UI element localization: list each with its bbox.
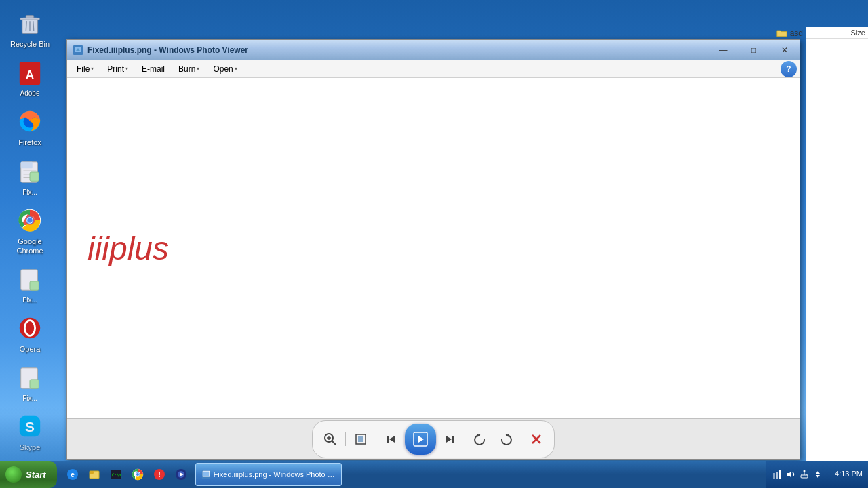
file4-label: Fix... bbox=[22, 394, 37, 402]
toolbar-group bbox=[312, 420, 555, 458]
svg-marker-59 bbox=[418, 436, 424, 443]
tray-network-icon[interactable] bbox=[772, 469, 783, 480]
title-bar-app-icon bbox=[73, 45, 83, 56]
toolbar-divider1 bbox=[345, 432, 346, 446]
menu-email[interactable]: E-mail bbox=[135, 62, 172, 77]
toolbar-divider2 bbox=[376, 432, 376, 446]
next-button[interactable] bbox=[437, 427, 462, 451]
svg-point-24 bbox=[27, 218, 33, 223]
opera-icon bbox=[16, 314, 43, 342]
desktop-icon-file2[interactable]: Fix... bbox=[5, 156, 54, 199]
folder-asd-label: asd bbox=[790, 28, 803, 38]
rotate-ccw-button[interactable] bbox=[468, 427, 492, 451]
file3-label: Fix... bbox=[22, 296, 37, 304]
svg-rect-56 bbox=[387, 436, 389, 443]
recycle-bin-icon bbox=[16, 9, 43, 37]
desktop-icon-chrome[interactable]: Google Chrome bbox=[5, 204, 54, 259]
svg-marker-95 bbox=[816, 475, 820, 478]
open-menu-arrow: ▾ bbox=[235, 66, 237, 72]
desktop-icon-firefox[interactable]: Firefox bbox=[5, 105, 54, 150]
explorer-taskbar-icon[interactable] bbox=[84, 464, 104, 485]
delete-button[interactable] bbox=[524, 427, 549, 451]
close-button[interactable]: ✕ bbox=[769, 40, 800, 60]
system-tray: 4:13 PM bbox=[766, 461, 868, 488]
adobe-icon: A bbox=[16, 60, 43, 87]
explorer-sidebar-bg: Size bbox=[806, 27, 868, 461]
svg-rect-84 bbox=[203, 472, 209, 476]
menu-burn[interactable]: Burn ▾ bbox=[172, 62, 206, 77]
file2-label: Fix... bbox=[22, 188, 37, 196]
menu-print[interactable]: Print ▾ bbox=[100, 62, 135, 77]
desktop-icon-file4[interactable]: Fix... bbox=[5, 362, 54, 405]
taskbar-item-photo-viewer[interactable]: Fixed.iiiplus.png - Windows Photo Viewer bbox=[195, 463, 342, 486]
chrome-label: Google Chrome bbox=[8, 237, 52, 256]
desktop-icon-opera[interactable]: Opera bbox=[5, 312, 54, 357]
cmd-taskbar-icon[interactable]: C:\>_ bbox=[106, 464, 126, 485]
maximize-button[interactable]: □ bbox=[738, 40, 769, 60]
folder-icon bbox=[776, 28, 787, 38]
rotate-cw-button[interactable] bbox=[494, 427, 518, 451]
opera-label: Opera bbox=[20, 344, 41, 354]
svg-marker-61 bbox=[446, 436, 452, 443]
desktop: Recycle Bin A Adobe W bbox=[0, 0, 868, 488]
svg-line-3 bbox=[26, 21, 26, 30]
desktop-icon-adobe[interactable]: A Adobe bbox=[5, 57, 54, 100]
svg-rect-55 bbox=[358, 436, 363, 442]
menu-file[interactable]: File ▾ bbox=[70, 62, 100, 77]
menu-bar: File ▾ Print ▾ E-mail Burn ▾ Open ▾ ? bbox=[67, 60, 800, 78]
toolbar-divider3 bbox=[465, 432, 465, 446]
chrome-icon bbox=[16, 207, 43, 234]
slideshow-button[interactable] bbox=[405, 424, 436, 455]
tray-sound-icon[interactable] bbox=[785, 469, 796, 480]
burn-menu-arrow: ▾ bbox=[197, 66, 199, 72]
svg-text:e: e bbox=[71, 471, 75, 479]
start-button[interactable]: Start bbox=[0, 461, 57, 488]
photo-area: iiiplus bbox=[67, 78, 800, 418]
file2-icon bbox=[16, 159, 43, 186]
start-orb-icon bbox=[5, 466, 22, 483]
chrome-taskbar-icon[interactable] bbox=[127, 464, 148, 485]
start-label: Start bbox=[26, 470, 46, 480]
file-menu-arrow: ▾ bbox=[91, 66, 94, 72]
recycle-bin-label: Recycle Bin bbox=[10, 39, 50, 49]
help-button[interactable]: ? bbox=[781, 61, 797, 77]
tray-network2-icon[interactable] bbox=[799, 469, 810, 480]
size-column-header: Size bbox=[806, 27, 868, 39]
svg-text:C:\>_: C:\>_ bbox=[112, 472, 122, 478]
taskbar: Start e C:\>_ bbox=[0, 461, 868, 488]
taskbar-item-label: Fixed.iiiplus.png - Windows Photo Viewer bbox=[214, 470, 336, 479]
svg-rect-85 bbox=[773, 473, 775, 479]
svg-line-5 bbox=[33, 21, 34, 30]
svg-rect-87 bbox=[779, 470, 781, 479]
zoom-button[interactable] bbox=[318, 427, 342, 451]
toolbar-divider4 bbox=[521, 432, 521, 446]
tray-icons bbox=[772, 469, 823, 480]
desktop-icon-file3[interactable]: Fix... bbox=[5, 264, 54, 306]
photo-viewer-taskbar-icon bbox=[201, 470, 211, 479]
taskbar-items: Fixed.iiiplus.png - Windows Photo Viewer bbox=[194, 461, 766, 488]
prev-button[interactable] bbox=[379, 427, 403, 451]
svg-marker-94 bbox=[816, 471, 820, 474]
ie-taskbar-icon[interactable]: e bbox=[62, 464, 83, 485]
minimize-button[interactable]: — bbox=[708, 40, 738, 60]
tray-arrow-icon[interactable] bbox=[812, 469, 823, 480]
adobe-label: Adobe bbox=[20, 89, 40, 97]
desktop-icon-recycle-bin[interactable]: Recycle Bin bbox=[5, 7, 54, 52]
file3-icon bbox=[16, 266, 43, 293]
avast-taskbar-icon[interactable]: ! bbox=[149, 464, 170, 485]
svg-point-76 bbox=[136, 473, 139, 476]
svg-rect-86 bbox=[776, 472, 778, 479]
svg-rect-2 bbox=[20, 18, 40, 20]
menu-open[interactable]: Open ▾ bbox=[206, 62, 243, 77]
system-clock[interactable]: 4:13 PM bbox=[835, 469, 863, 479]
svg-text:A: A bbox=[26, 68, 34, 81]
svg-marker-57 bbox=[389, 436, 395, 443]
svg-rect-89 bbox=[801, 475, 808, 478]
svg-rect-18 bbox=[30, 172, 39, 181]
svg-marker-88 bbox=[787, 471, 791, 478]
fit-button[interactable] bbox=[349, 427, 373, 451]
title-bar-buttons: — □ ✕ bbox=[708, 40, 800, 60]
wmp-taskbar-icon[interactable] bbox=[171, 464, 191, 485]
firefox-label: Firefox bbox=[18, 138, 41, 147]
photo-viewer-window: Fixed.iiiplus.png - Windows Photo Viewer… bbox=[66, 39, 800, 460]
